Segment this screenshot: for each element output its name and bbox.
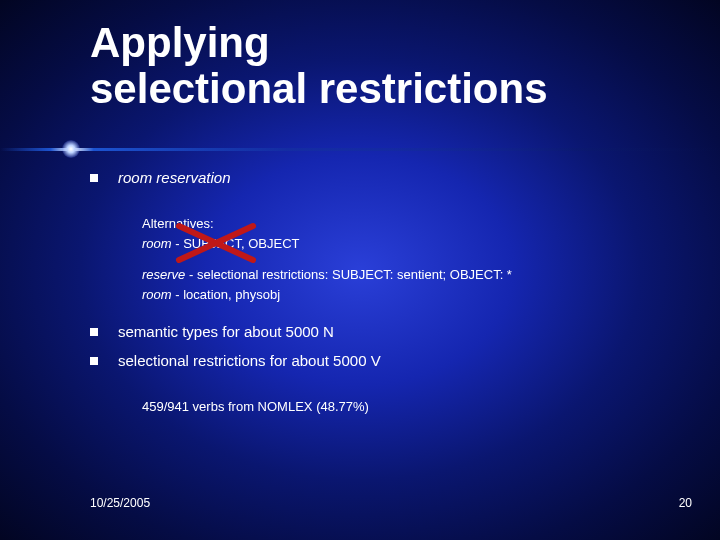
bullet-item: semantic types for about 5000 N <box>90 322 680 342</box>
slide-body: room reservation Alternatives: room - SU… <box>90 168 680 416</box>
footer-date: 10/25/2005 <box>90 496 150 510</box>
reserve-line: reserve - selectional restrictions: SUBJ… <box>142 265 680 285</box>
bullet-icon <box>90 328 98 336</box>
slide: Applying selectional restrictions room r… <box>0 0 720 540</box>
slide-title: Applying selectional restrictions <box>90 20 548 112</box>
bullet-text: selectional restrictions for about 5000 … <box>118 351 381 371</box>
bullet-text: room reservation <box>118 168 231 188</box>
room-roles-text: SUBJECT, OBJECT <box>183 236 299 251</box>
nomlex-line: 459/941 verbs from NOMLEX (48.77%) <box>142 397 680 417</box>
dash: - <box>172 236 184 251</box>
struck-roles: SUBJECT, OBJECT <box>183 234 299 254</box>
bullet-item: selectional restrictions for about 5000 … <box>90 351 680 371</box>
footer-page-number: 20 <box>679 496 692 510</box>
room2-word: room <box>142 287 172 302</box>
bullet-item: room reservation <box>90 168 680 188</box>
bullet-icon <box>90 357 98 365</box>
room-types-line: room - location, physobj <box>142 285 680 305</box>
bullet-icon <box>90 174 98 182</box>
reserve-rest: - selectional restrictions: SUBJECT: sen… <box>185 267 512 282</box>
bullet-text: semantic types for about 5000 N <box>118 322 334 342</box>
room-word: room <box>142 236 172 251</box>
reserve-word: reserve <box>142 267 185 282</box>
room2-rest: - location, physobj <box>172 287 280 302</box>
room-roles-line: room - SUBJECT, OBJECT <box>142 234 680 254</box>
subtext-block: Alternatives: room - SUBJECT, OBJECT res… <box>142 214 680 304</box>
divider-line <box>0 148 720 151</box>
alternatives-label: Alternatives: <box>142 214 680 234</box>
